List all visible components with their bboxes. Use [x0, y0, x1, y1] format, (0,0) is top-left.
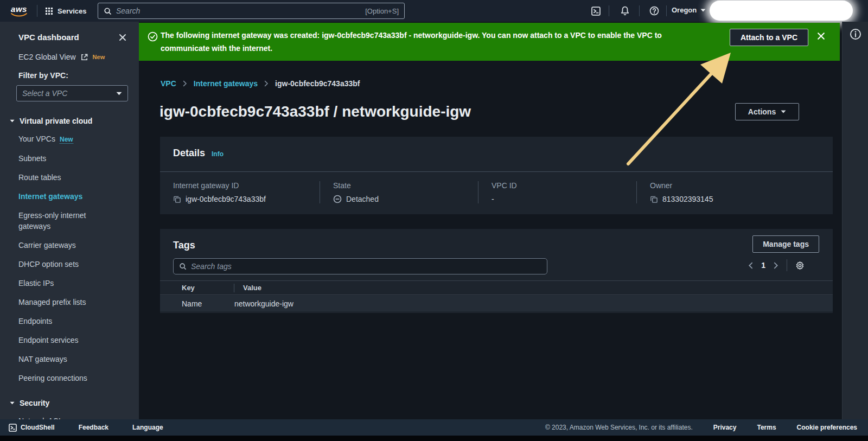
- search-placeholder: Search: [116, 7, 361, 15]
- copy-icon[interactable]: [650, 195, 658, 203]
- sidebar-item-label: Carrier gateways: [18, 241, 76, 250]
- breadcrumb-separator-icon: [264, 80, 269, 87]
- footer-cookie-preferences-link[interactable]: Cookie preferences: [797, 424, 857, 431]
- sidebar-item-label: Endpoints: [18, 317, 52, 325]
- sidebar-close-icon[interactable]: [118, 33, 127, 42]
- bell-icon: [620, 6, 630, 16]
- sidebar-item-ec2-global-view[interactable]: EC2 Global View New: [18, 53, 139, 61]
- sidebar-item-peering-connections[interactable]: Peering connections: [18, 373, 119, 384]
- sidebar-item-endpoint-services[interactable]: Endpoint services: [18, 335, 119, 346]
- sidebar-item-label: Egress-only internet gateways: [18, 211, 86, 231]
- region-label: Oregon: [672, 6, 697, 14]
- sidebar-item-carrier-gateways[interactable]: Carrier gateways: [18, 240, 119, 251]
- search-icon: [104, 7, 112, 15]
- details-info-link[interactable]: Info: [212, 150, 224, 158]
- help-button[interactable]: [648, 4, 661, 17]
- aws-logo[interactable]: aws: [9, 5, 29, 17]
- attach-to-vpc-button[interactable]: Attach to a VPC: [730, 29, 808, 46]
- tag-key-cell: Name: [160, 299, 234, 308]
- cloudshell-button[interactable]: [589, 4, 602, 17]
- copy-icon[interactable]: [173, 195, 181, 203]
- sidebar-item-label: Internet gateways: [18, 192, 82, 201]
- cloudshell-terminal-icon: [591, 7, 601, 16]
- sidebar-item-label: Endpoint services: [18, 336, 79, 344]
- bottom-black-strip: [0, 436, 868, 441]
- sidebar-item-nat-gateways[interactable]: NAT gateways: [18, 354, 119, 365]
- sidebar-item-label: Elastic IPs: [18, 279, 54, 287]
- breadcrumb-internet-gateways[interactable]: Internet gateways: [194, 79, 258, 88]
- sidebar-navigation: Virtual private cloudYour VPCsNewSubnets…: [0, 117, 139, 419]
- sidebar-item-subnets[interactable]: Subnets: [18, 153, 119, 164]
- sidebar-item-route-tables[interactable]: Route tables: [18, 172, 119, 183]
- sidebar-item-network-acls[interactable]: Network ACLs: [18, 416, 119, 419]
- sidebar-item-label: Your VPCs: [18, 135, 55, 143]
- breadcrumb-vpc[interactable]: VPC: [161, 79, 176, 88]
- footer-terms-link[interactable]: Terms: [757, 424, 776, 431]
- services-grid-icon: [45, 7, 53, 15]
- global-search-input[interactable]: Search [Option+S]: [98, 3, 405, 19]
- tags-title: Tags: [173, 240, 195, 251]
- search-tags-input[interactable]: Search tags: [173, 258, 547, 274]
- new-badge: New: [60, 136, 73, 144]
- sidebar-item-label: DHCP option sets: [18, 260, 79, 269]
- previous-page-icon[interactable]: [748, 262, 753, 269]
- table-settings-gear-icon[interactable]: [795, 261, 805, 270]
- section-caret-icon: [10, 119, 15, 123]
- nav-divider: [639, 5, 640, 16]
- sidebar-item-egress-only-internet-gateways[interactable]: Egress-only internet gateways: [18, 210, 119, 232]
- table-row[interactable]: Name networkguide-igw: [160, 296, 833, 311]
- footer-feedback-link[interactable]: Feedback: [79, 424, 108, 431]
- field-label: Internet gateway ID: [173, 181, 320, 190]
- notifications-button[interactable]: [618, 4, 631, 17]
- vpc-filter-placeholder: Select a VPC: [22, 89, 116, 98]
- field-owner: Owner 813302393145: [636, 181, 833, 203]
- tags-panel: Tags Manage tags Search tags 1 Key Value…: [160, 229, 833, 313]
- sidebar-item-label: Peering connections: [18, 374, 87, 382]
- search-icon: [179, 263, 187, 270]
- new-badge: New: [93, 54, 105, 60]
- footer-privacy-link[interactable]: Privacy: [713, 424, 737, 431]
- account-menu-redacted[interactable]: [710, 1, 853, 21]
- breadcrumb-separator-icon: [183, 80, 187, 87]
- breadcrumb: VPC Internet gateways igw-0cbfecb9c743a3…: [161, 79, 360, 88]
- console-footer: CloudShell Feedback Language © 2023, Ama…: [0, 419, 868, 436]
- divider: [787, 259, 787, 271]
- sidebar-section-security[interactable]: Security: [10, 399, 139, 407]
- footer-cloudshell-button[interactable]: CloudShell: [9, 424, 55, 432]
- sidebar-item-endpoints[interactable]: Endpoints: [18, 316, 119, 327]
- region-selector[interactable]: Oregon: [672, 6, 706, 14]
- sidebar-item-your-vpcs[interactable]: Your VPCsNew: [18, 133, 119, 145]
- flashbar-close-icon[interactable]: [816, 31, 826, 41]
- nav-divider: [609, 5, 609, 16]
- sidebar-item-elastic-ips[interactable]: Elastic IPs: [18, 278, 119, 289]
- vpc-filter-select[interactable]: Select a VPC: [16, 85, 128, 101]
- ec2-global-view-label: EC2 Global View: [18, 53, 76, 61]
- flashbar-message: The following internet gateway was creat…: [161, 29, 684, 55]
- success-check-icon: [148, 31, 158, 42]
- field-value: igw-0cbfecb9c743a33bf: [186, 195, 266, 203]
- sidebar-title[interactable]: VPC dashboard: [18, 33, 79, 42]
- page-number[interactable]: 1: [761, 261, 765, 270]
- sidebar-section-virtual-private-cloud[interactable]: Virtual private cloud: [10, 117, 139, 125]
- actions-button[interactable]: Actions: [735, 103, 799, 120]
- services-menu[interactable]: Services: [45, 7, 87, 15]
- field-label: Owner: [650, 181, 833, 190]
- sidebar-item-dhcp-option-sets[interactable]: DHCP option sets: [18, 259, 119, 270]
- field-value: 813302393145: [662, 195, 713, 203]
- next-page-icon[interactable]: [774, 262, 778, 269]
- top-navigation-bar: aws Services Search [Option+S] Oregon: [0, 0, 868, 22]
- sidebar-item-internet-gateways[interactable]: Internet gateways: [18, 191, 119, 202]
- field-state: State Detached: [320, 181, 478, 203]
- column-header-key[interactable]: Key: [160, 284, 234, 292]
- sidebar-item-managed-prefix-lists[interactable]: Managed prefix lists: [18, 297, 119, 308]
- manage-tags-button[interactable]: Manage tags: [752, 235, 819, 253]
- tag-value-cell: networkguide-igw: [234, 299, 293, 308]
- search-tags-placeholder: Search tags: [191, 262, 232, 271]
- column-header-value[interactable]: Value: [234, 284, 261, 292]
- info-panel-icon[interactable]: [850, 28, 861, 40]
- details-panel: Details Info Internet gateway ID igw-0cb…: [160, 137, 833, 214]
- cloudshell-terminal-icon: [9, 424, 17, 432]
- nav-divider: [37, 5, 37, 17]
- field-vpc-id: VPC ID -: [478, 181, 636, 203]
- footer-language-link[interactable]: Language: [132, 424, 163, 431]
